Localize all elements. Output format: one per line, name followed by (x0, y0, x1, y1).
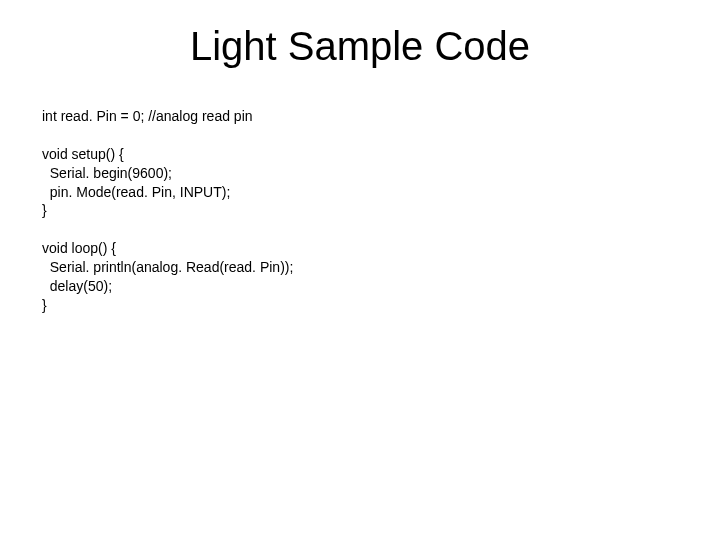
slide: Light Sample Code int read. Pin = 0; //a… (0, 0, 720, 540)
code-content: int read. Pin = 0; //analog read pin voi… (0, 89, 720, 315)
slide-title: Light Sample Code (0, 0, 720, 89)
